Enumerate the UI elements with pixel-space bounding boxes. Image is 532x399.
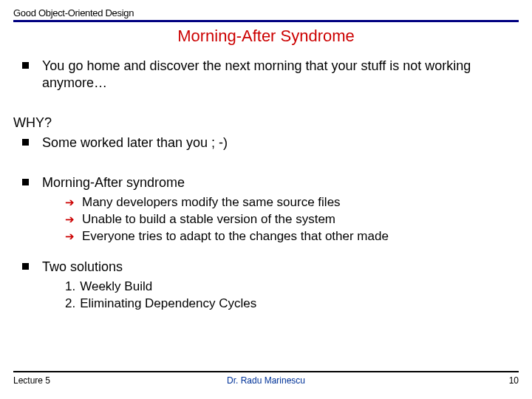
slide-title: Morning-After Syndrome [13, 27, 519, 46]
item-number: 2. [65, 296, 75, 313]
sub-bullet-text: Everyone tries to adapt to the changes t… [82, 228, 519, 244]
page-number: 10 [509, 375, 519, 386]
bullet-text: Two solutions [42, 259, 519, 276]
square-bullet-icon [22, 139, 29, 146]
footer-center: Dr. Radu Marinescu [13, 375, 519, 386]
sub-bullet-item: ➔ Everyone tries to adapt to the changes… [13, 228, 519, 244]
square-bullet-icon [22, 62, 29, 69]
bullet-item: Some worked later than you ; -) [13, 134, 519, 151]
sub-bullet-item: ➔ Unable to build a stable version of th… [13, 211, 519, 227]
square-bullet-icon [22, 179, 29, 185]
bullet-item: Morning-After syndrome [13, 174, 519, 191]
header-rule [13, 20, 519, 22]
bullet-text: Some worked later than you ; -) [42, 134, 519, 151]
footer: Lecture 5 Dr. Radu Marinescu 10 [13, 371, 519, 386]
bullet-text: Morning-After syndrome [42, 174, 519, 191]
bullet-item: Two solutions [13, 259, 519, 276]
why-label-row: WHY? [13, 115, 519, 132]
numbered-item: 1. Weekly Build [13, 279, 519, 296]
why-label: WHY? [13, 115, 519, 132]
bullet-item: You go home and discover the next mornin… [13, 58, 519, 91]
sub-bullet-item: ➔ Many developers modify the same source… [13, 194, 519, 210]
footer-rule [13, 371, 519, 372]
sub-bullet-text: Unable to build a stable version of the … [82, 211, 519, 227]
header-label: Good Object-Oriented Design [13, 7, 519, 18]
numbered-item-text: Eliminating Dependency Cycles [80, 296, 256, 313]
numbered-item-text: Weekly Build [80, 279, 152, 296]
sub-bullet-text: Many developers modify the same source f… [82, 194, 519, 210]
numbered-item: 2. Eliminating Dependency Cycles [13, 296, 519, 313]
arrow-icon: ➔ [65, 213, 75, 226]
bullet-text: You go home and discover the next mornin… [42, 58, 519, 91]
square-bullet-icon [22, 263, 29, 270]
slide-content: You go home and discover the next mornin… [13, 58, 519, 313]
arrow-icon: ➔ [65, 230, 75, 243]
item-number: 1. [65, 279, 75, 296]
arrow-icon: ➔ [65, 196, 75, 209]
